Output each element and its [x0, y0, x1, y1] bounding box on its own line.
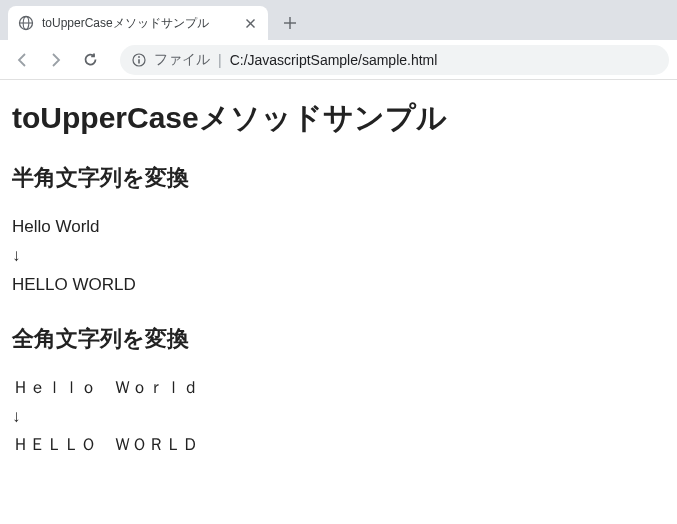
address-bar[interactable]: ファイル | C:/JavascriptSample/sample.html [120, 45, 669, 75]
browser-chrome: toUpperCaseメソッドサンプル [0, 0, 677, 80]
address-path: C:/JavascriptSample/sample.html [230, 52, 438, 68]
address-prefix: ファイル [154, 51, 210, 69]
new-tab-button[interactable] [276, 9, 304, 37]
output-text: HELLO WORLD [12, 271, 665, 300]
browser-tab[interactable]: toUpperCaseメソッドサンプル [8, 6, 268, 40]
close-icon[interactable] [242, 15, 258, 31]
section-title: 全角文字列を変換 [12, 324, 665, 354]
arrow-text: ↓ [12, 242, 665, 271]
page-title: toUpperCaseメソッドサンプル [12, 98, 665, 139]
page-content: toUpperCaseメソッドサンプル 半角文字列を変換 Hello World… [0, 80, 677, 502]
back-button[interactable] [8, 46, 36, 74]
arrow-text: ↓ [12, 403, 665, 432]
info-icon [132, 53, 146, 67]
address-separator: | [218, 52, 222, 68]
reload-button[interactable] [76, 46, 104, 74]
globe-icon [18, 15, 34, 31]
section-halfwidth: 半角文字列を変換 Hello World ↓ HELLO WORLD [12, 163, 665, 300]
input-text: Hello World [12, 213, 665, 242]
input-text: Ｈｅｌｌｏ Ｗｏｒｌｄ [12, 374, 665, 403]
output-text: ＨＥＬＬＯ ＷＯＲＬＤ [12, 431, 665, 460]
browser-toolbar: ファイル | C:/JavascriptSample/sample.html [0, 40, 677, 80]
section-fullwidth: 全角文字列を変換 Ｈｅｌｌｏ Ｗｏｒｌｄ ↓ ＨＥＬＬＯ ＷＯＲＬＤ [12, 324, 665, 461]
svg-point-8 [138, 56, 140, 58]
section-title: 半角文字列を変換 [12, 163, 665, 193]
forward-button[interactable] [42, 46, 70, 74]
tab-bar: toUpperCaseメソッドサンプル [0, 0, 677, 40]
tab-title: toUpperCaseメソッドサンプル [42, 15, 234, 32]
